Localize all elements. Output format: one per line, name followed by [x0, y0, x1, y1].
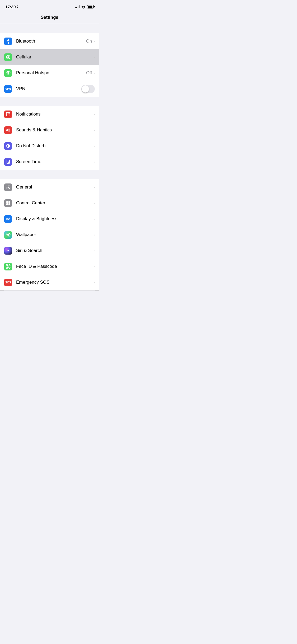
settings-row-vpn[interactable]: VPN VPN — [0, 81, 99, 97]
svg-point-23 — [7, 266, 8, 266]
cellular-label: Cellular — [16, 54, 93, 60]
sounds-icon — [4, 126, 12, 134]
display-chevron: › — [93, 217, 95, 221]
controlcenter-chevron: › — [93, 201, 95, 205]
cellular-chevron: › — [93, 55, 95, 59]
svg-point-9 — [8, 113, 10, 114]
settings-row-sounds[interactable]: Sounds & Haptics › — [0, 122, 99, 138]
settings-row-display[interactable]: AA Display & Brightness › — [0, 211, 99, 227]
wallpaper-chevron: › — [93, 233, 95, 237]
faceid-label: Face ID & Passcode — [16, 264, 93, 269]
wallpaper-label: Wallpaper — [16, 232, 93, 237]
settings-row-notifications[interactable]: Notifications › — [0, 106, 99, 122]
hotspot-value: Off — [86, 70, 92, 76]
siri-chevron: › — [93, 249, 95, 253]
hotspot-icon — [4, 69, 12, 77]
bluetooth-icon — [4, 38, 12, 45]
sos-underline — [4, 290, 95, 290]
bluetooth-chevron: › — [93, 39, 95, 43]
screentime-chevron: › — [93, 160, 95, 164]
faceid-icon — [4, 263, 12, 270]
svg-rect-6 — [7, 75, 9, 75]
vpn-label: VPN — [16, 86, 81, 91]
svg-rect-14 — [6, 203, 8, 205]
signal-icon — [75, 5, 80, 8]
notifications-icon — [4, 111, 12, 118]
general-label: General — [16, 185, 93, 190]
svg-rect-20 — [9, 265, 10, 266]
screentime-label: Screen Time — [16, 159, 93, 164]
controlcenter-icon — [4, 199, 12, 207]
settings-row-sos[interactable]: SOS Emergency SOS › — [0, 274, 99, 290]
donotdisturb-label: Do Not Disturb — [16, 143, 93, 149]
svg-rect-22 — [9, 267, 10, 269]
status-bar: 17:39 ⤴ — [0, 0, 99, 12]
status-icons — [75, 5, 94, 8]
svg-point-11 — [7, 187, 9, 188]
settings-row-general[interactable]: General › — [0, 179, 99, 195]
wallpaper-icon — [4, 231, 12, 239]
settings-row-screentime[interactable]: Screen Time › — [0, 154, 99, 170]
vpn-toggle[interactable] — [81, 85, 95, 93]
hotspot-chevron: › — [93, 71, 95, 75]
svg-point-16 — [7, 234, 9, 236]
controlcenter-label: Control Center — [16, 200, 93, 206]
svg-point-18 — [8, 250, 9, 251]
settings-row-donotdisturb[interactable]: Do Not Disturb › — [0, 138, 99, 154]
cellular-icon — [4, 53, 12, 61]
section-display: General › Control Center › AA Display & … — [0, 179, 99, 291]
sos-icon: SOS — [4, 279, 12, 286]
svg-rect-15 — [8, 203, 10, 205]
donotdisturb-icon — [4, 142, 12, 150]
svg-rect-13 — [8, 201, 10, 203]
svg-rect-12 — [6, 201, 8, 203]
donotdisturb-chevron: › — [93, 144, 95, 148]
settings-row-cellular[interactable]: Cellular › — [0, 49, 99, 65]
general-chevron: › — [93, 185, 95, 189]
faceid-chevron: › — [93, 264, 95, 269]
settings-row-faceid[interactable]: Face ID & Passcode › — [0, 259, 99, 274]
settings-row-hotspot[interactable]: Personal Hotspot Off › — [0, 65, 99, 81]
bluetooth-label: Bluetooth — [16, 39, 86, 44]
svg-rect-19 — [6, 265, 7, 266]
section-notifications: Notifications › Sounds & Haptics › Do No… — [0, 106, 99, 170]
settings-row-siri[interactable]: Siri & Search › — [0, 243, 99, 259]
wifi-icon — [81, 5, 86, 8]
sounds-label: Sounds & Haptics — [16, 127, 93, 133]
display-icon: AA — [4, 215, 12, 223]
siri-label: Siri & Search — [16, 248, 93, 253]
general-icon — [4, 183, 12, 191]
settings-row-wallpaper[interactable]: Wallpaper › — [0, 227, 99, 243]
bluetooth-value: On — [86, 39, 92, 44]
svg-rect-21 — [6, 267, 7, 269]
location-icon: ⤴ — [17, 5, 18, 8]
settings-row-bluetooth[interactable]: Bluetooth On › — [0, 33, 99, 49]
notifications-label: Notifications — [16, 112, 93, 117]
siri-icon — [4, 247, 12, 255]
sos-chevron: › — [93, 280, 95, 284]
section-gap-2 — [0, 97, 99, 106]
display-label: Display & Brightness — [16, 216, 93, 222]
screentime-icon — [4, 158, 12, 166]
sounds-chevron: › — [93, 128, 95, 132]
section-gap-top — [0, 24, 99, 33]
section-connectivity: Bluetooth On › Cellular › — [0, 33, 99, 97]
settings-row-controlcenter[interactable]: Control Center › — [0, 195, 99, 211]
section-gap-3 — [0, 170, 99, 179]
sos-label: Emergency SOS — [16, 280, 93, 285]
svg-point-1 — [7, 56, 9, 58]
page-title: Settings — [0, 12, 99, 24]
status-time: 17:39 ⤴ — [5, 4, 18, 9]
battery-icon — [87, 5, 94, 8]
hotspot-label: Personal Hotspot — [16, 70, 86, 76]
notifications-chevron: › — [93, 112, 95, 116]
vpn-icon: VPN — [4, 85, 12, 93]
svg-point-24 — [8, 266, 9, 266]
